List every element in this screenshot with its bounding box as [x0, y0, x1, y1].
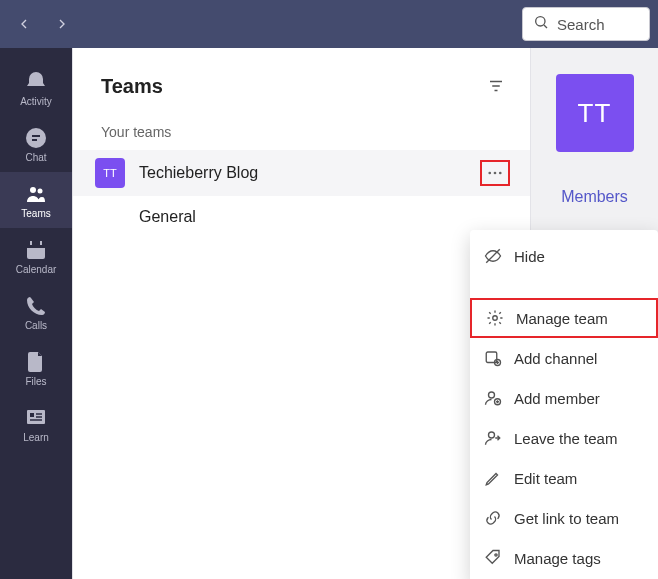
svg-point-3: [30, 187, 36, 193]
channel-name: General: [139, 208, 196, 226]
app-rail: Activity Chat Teams Calendar Calls Files…: [0, 48, 72, 579]
pencil-icon: [484, 469, 502, 487]
add-channel-icon: [484, 349, 502, 367]
gear-icon: [486, 309, 504, 327]
back-button[interactable]: [8, 8, 40, 40]
add-member-icon: [484, 389, 502, 407]
team-name: Techieberry Blog: [139, 164, 258, 182]
team-avatar: TT: [95, 158, 125, 188]
svg-point-19: [499, 172, 502, 175]
menu-hide[interactable]: Hide: [470, 236, 658, 276]
svg-rect-6: [27, 243, 45, 248]
menu-leave-team[interactable]: Leave the team: [470, 418, 658, 458]
team-row[interactable]: TT Techieberry Blog: [73, 150, 530, 196]
menu-add-channel[interactable]: Add channel: [470, 338, 658, 378]
rail-calls[interactable]: Calls: [0, 284, 72, 340]
menu-get-link[interactable]: Get link to team: [470, 498, 658, 538]
svg-point-26: [489, 392, 495, 398]
members-tab[interactable]: Members: [561, 188, 628, 206]
svg-rect-10: [30, 413, 34, 417]
menu-label: Add channel: [514, 350, 597, 367]
menu-label: Hide: [514, 248, 545, 265]
team-detail-avatar: TT: [556, 74, 634, 152]
menu-edit-team[interactable]: Edit team: [470, 458, 658, 498]
menu-label: Manage team: [516, 310, 608, 327]
rail-label: Activity: [20, 96, 52, 107]
team-context-menu: Hide Manage team Add channel Add member …: [470, 230, 658, 579]
menu-label: Add member: [514, 390, 600, 407]
search-icon: [533, 14, 549, 34]
team-more-button[interactable]: [480, 160, 510, 186]
menu-label: Get link to team: [514, 510, 619, 527]
svg-point-21: [493, 316, 498, 321]
svg-point-18: [494, 172, 497, 175]
leave-icon: [484, 429, 502, 447]
filter-button[interactable]: [482, 72, 510, 100]
menu-label: Manage tags: [514, 550, 601, 567]
teams-panel: Teams Your teams TT Techieberry Blog Gen…: [72, 48, 530, 579]
tag-icon: [484, 549, 502, 567]
svg-point-17: [488, 172, 491, 175]
svg-point-31: [495, 554, 497, 556]
search-box[interactable]: [522, 7, 650, 41]
your-teams-label: Your teams: [73, 118, 530, 150]
menu-label: Leave the team: [514, 430, 617, 447]
rail-calendar[interactable]: Calendar: [0, 228, 72, 284]
menu-manage-tags[interactable]: Manage tags: [470, 538, 658, 578]
svg-line-1: [544, 25, 547, 28]
rail-label: Files: [25, 376, 46, 387]
rail-label: Calendar: [16, 264, 57, 275]
rail-label: Calls: [25, 320, 47, 331]
titlebar: [0, 0, 658, 48]
menu-add-member[interactable]: Add member: [470, 378, 658, 418]
page-title: Teams: [101, 75, 163, 98]
svg-point-4: [38, 188, 43, 193]
link-icon: [484, 509, 502, 527]
menu-label: Edit team: [514, 470, 577, 487]
rail-learn[interactable]: Learn: [0, 396, 72, 452]
rail-label: Teams: [21, 208, 50, 219]
menu-manage-team[interactable]: Manage team: [470, 298, 658, 338]
rail-label: Learn: [23, 432, 49, 443]
forward-button[interactable]: [46, 8, 78, 40]
search-input[interactable]: [557, 16, 639, 33]
channel-row[interactable]: General: [73, 196, 530, 238]
svg-point-0: [536, 17, 545, 26]
svg-point-30: [489, 432, 495, 438]
rail-files[interactable]: Files: [0, 340, 72, 396]
svg-point-2: [26, 128, 46, 148]
rail-chat[interactable]: Chat: [0, 116, 72, 172]
rail-label: Chat: [25, 152, 46, 163]
hide-icon: [484, 247, 502, 265]
rail-activity[interactable]: Activity: [0, 60, 72, 116]
rail-teams[interactable]: Teams: [0, 172, 72, 228]
